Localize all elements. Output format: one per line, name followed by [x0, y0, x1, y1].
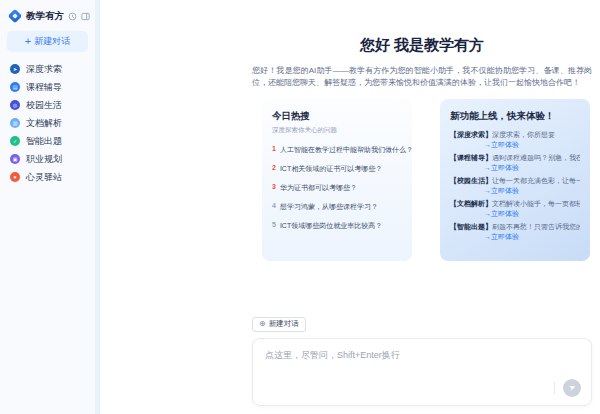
hot-rank: 4	[272, 202, 276, 212]
sidebar-item-label: 文档解析	[26, 117, 62, 130]
try-now-link[interactable]: →立即体验	[484, 232, 580, 242]
app-window: 教学有方 + 新建对话 ➤ 深度求索	[0, 0, 600, 414]
sidebar-item[interactable]: ♥ 心灵驿站	[0, 168, 95, 186]
feature-desc: 遇到课程难题吗？别急，我在...	[492, 154, 580, 161]
hot-question: ICT领域哪些岗位就业率比较高？	[280, 221, 382, 231]
collapse-sidebar-icon[interactable]	[81, 12, 90, 21]
sidebar-item-icon: ◎	[10, 100, 20, 110]
try-now-link[interactable]: →立即体验	[484, 163, 580, 173]
sidebar-header-icons	[68, 12, 90, 21]
feature-text: 【课程辅导】遇到课程难题吗？别急，我在...	[450, 153, 580, 163]
try-now-link[interactable]: →立即体验	[484, 209, 580, 219]
hot-search-item[interactable]: 1 人工智能在教学过程中能帮助我们做什么？	[272, 145, 402, 155]
new-chat-pill-label: 新建对话	[269, 319, 299, 329]
sidebar-item-label: 职业规划	[26, 153, 62, 166]
main-area: 您好 我是教学有方 您好！我是您的AI助手——教学有方作为您的智能小助手，我不仅…	[100, 0, 600, 414]
feature-tag: 【文档解析】	[450, 200, 492, 207]
feature-tag: 【课程辅导】	[450, 154, 492, 161]
sidebar-item-icon: ▣	[10, 154, 20, 164]
history-icon[interactable]	[68, 12, 77, 21]
composer: ⊕ 新建对话 ➤	[252, 312, 592, 406]
try-now-link[interactable]: →立即体验	[484, 140, 580, 150]
sidebar-item-label: 心灵驿站	[26, 171, 62, 184]
app-title: 教学有方	[26, 10, 64, 23]
greeting-title: 您好 我是教学有方	[252, 36, 592, 55]
greeting-body: 您好！我是您的AI助手——教学有方作为您的智能小助手，我不仅能协助您学习、备课、…	[252, 65, 592, 88]
sidebar-item-icon: ♥	[10, 172, 20, 182]
sidebar-menu: ➤ 深度求索 ▤ 课程辅导 ◎ 校园生活 ▥ 文档解析	[0, 60, 95, 186]
sidebar-item-icon: ▤	[10, 82, 20, 92]
try-now-link[interactable]: →立即体验	[484, 186, 580, 196]
hot-search-item[interactable]: 2 ICT相关领域的证书可以考哪些？	[272, 164, 402, 174]
feature-tag: 【校园生活】	[450, 177, 492, 184]
feature-item: 【文档解析】文档解读小能手，每一页都轻... →立即体验	[450, 199, 580, 219]
hot-question: 华为证书都可以考哪些？	[280, 183, 357, 193]
feature-item: 【智能出题】刷题不再愁！只需告诉我您的... →立即体验	[450, 222, 580, 242]
feature-item: 【校园生活】让每一天都充满色彩，让每一... →立即体验	[450, 176, 580, 196]
hot-rank: 3	[272, 183, 276, 193]
feature-desc: 让每一天都充满色彩，让每一...	[492, 177, 580, 184]
hot-rank: 1	[272, 145, 276, 155]
hot-search-item[interactable]: 5 ICT领域哪些岗位就业率比较高？	[272, 221, 402, 231]
sidebar-item-icon: ▥	[10, 118, 20, 128]
hot-card-title: 今日热搜	[272, 110, 402, 123]
hot-search-item[interactable]: 4 想学习鸿蒙，从哪些课程学习？	[272, 202, 402, 212]
send-button[interactable]: ➤	[563, 379, 581, 397]
hot-question: ICT相关领域的证书可以考哪些？	[280, 164, 382, 174]
new-chat-button[interactable]: + 新建对话	[7, 31, 88, 52]
feature-text: 【深度求索】深度求索，你所想要	[450, 130, 580, 140]
hot-rank: 2	[272, 164, 276, 174]
feature-item: 【深度求索】深度求索，你所想要 →立即体验	[450, 130, 580, 150]
feature-tag: 【深度求索】	[450, 131, 492, 138]
new-chat-pill-button[interactable]: ⊕ 新建对话	[252, 317, 306, 332]
new-features-card: 新功能上线，快来体验！ 【深度求索】深度求索，你所想要 →立即体验	[440, 99, 590, 261]
message-input-box[interactable]: ➤	[252, 338, 592, 406]
send-area: ➤	[554, 379, 581, 397]
sidebar-item-label: 深度求索	[26, 63, 62, 76]
feature-desc: 刷题不再愁！只需告诉我您的...	[492, 223, 580, 230]
feature-text: 【智能出题】刷题不再愁！只需告诉我您的...	[450, 222, 580, 232]
new-chat-circle-icon: ⊕	[259, 320, 266, 328]
sidebar-item[interactable]: ➤ 深度求索	[0, 60, 95, 78]
feature-tag: 【智能出题】	[450, 223, 492, 230]
hot-question: 想学习鸿蒙，从哪些课程学习？	[280, 202, 378, 212]
send-icon: ➤	[567, 382, 576, 393]
feature-text: 【文档解析】文档解读小能手，每一页都轻...	[450, 199, 580, 209]
sidebar: 教学有方 + 新建对话 ➤ 深度求索	[0, 0, 100, 414]
sidebar-header: 教学有方	[0, 6, 95, 29]
sidebar-item-label: 课程辅导	[26, 81, 62, 94]
divider	[554, 382, 555, 394]
hot-card-subtitle: 深度探索你关心的问题	[272, 126, 402, 135]
feature-desc: 文档解读小能手，每一页都轻...	[492, 200, 580, 207]
sidebar-item[interactable]: ▤ 课程辅导	[0, 78, 95, 96]
sidebar-item-icon: ✓	[10, 136, 20, 146]
welcome-content: 您好 我是教学有方 您好！我是您的AI助手——教学有方作为您的智能小助手，我不仅…	[252, 30, 592, 261]
sidebar-item[interactable]: ◎ 校园生活	[0, 96, 95, 114]
sidebar-item[interactable]: ✓ 智能出题	[0, 132, 95, 150]
sidebar-item[interactable]: ▣ 职业规划	[0, 150, 95, 168]
sidebar-item-label: 智能出题	[26, 135, 62, 148]
sidebar-item[interactable]: ▥ 文档解析	[0, 114, 95, 132]
sidebar-item-icon: ➤	[10, 64, 20, 74]
hot-search-list: 1 人工智能在教学过程中能帮助我们做什么？ 2 ICT相关领域的证书可以考哪些？…	[272, 145, 402, 231]
features-card-title: 新功能上线，快来体验！	[450, 110, 580, 123]
hot-search-card: 今日热搜 深度探索你关心的问题 1 人工智能在教学过程中能帮助我们做什么？ 2	[262, 99, 412, 261]
feature-text: 【校园生活】让每一天都充满色彩，让每一...	[450, 176, 580, 186]
hot-rank: 5	[272, 221, 276, 231]
cards-row: 今日热搜 深度探索你关心的问题 1 人工智能在教学过程中能帮助我们做什么？ 2	[252, 99, 592, 261]
plus-icon: +	[25, 36, 31, 47]
hot-search-item[interactable]: 3 华为证书都可以考哪些？	[272, 183, 402, 193]
feature-desc: 深度求索，你所想要	[492, 131, 555, 138]
new-chat-label: 新建对话	[34, 35, 70, 48]
hot-question: 人工智能在教学过程中能帮助我们做什么？	[280, 145, 412, 155]
feature-item: 【课程辅导】遇到课程难题吗？别急，我在... →立即体验	[450, 153, 580, 173]
sidebar-item-label: 校园生活	[26, 99, 62, 112]
features-list: 【深度求索】深度求索，你所想要 →立即体验 【课程辅导】遇到课程难题吗？别急，我…	[450, 130, 580, 242]
app-logo-icon	[9, 10, 22, 23]
message-input[interactable]	[253, 339, 591, 383]
